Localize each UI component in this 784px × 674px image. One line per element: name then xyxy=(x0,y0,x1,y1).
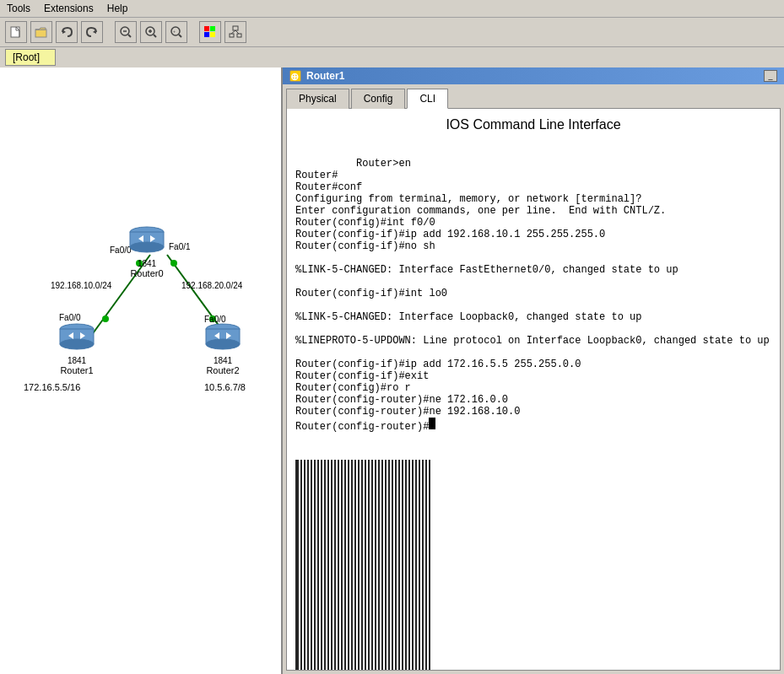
cli-cursor xyxy=(429,418,435,429)
menu-bar: Tools Extensions Help xyxy=(0,0,784,18)
menu-help[interactable]: Help xyxy=(107,3,128,14)
main-content: Fa0/0 Fa0/1 192.168.10.0/24 192.168.20.0… xyxy=(0,67,784,674)
minimize-button[interactable]: _ xyxy=(764,70,777,82)
router-window: ⊕ Router1 _ Physical Config CLI IOS Comm… xyxy=(283,67,784,674)
undo-icon xyxy=(60,25,73,39)
svg-rect-19 xyxy=(204,32,209,37)
svg-rect-21 xyxy=(233,26,238,30)
breadcrumb-bar: [Root] xyxy=(0,47,784,67)
svg-marker-4 xyxy=(35,28,46,30)
router2-subnet: 10.5.6.7/8 xyxy=(204,382,246,392)
network-diagram-panel: Fa0/0 Fa0/1 192.168.10.0/24 192.168.20.0… xyxy=(0,67,283,674)
device-router0[interactable]: 1841 Router0 xyxy=(125,224,169,278)
router0-name: Router0 xyxy=(130,268,163,278)
tab-config[interactable]: Config xyxy=(351,89,406,109)
svg-rect-20 xyxy=(210,32,215,37)
svg-text:+: + xyxy=(173,29,176,34)
zoom-fit-icon: + xyxy=(170,25,183,39)
router-tabs: Physical Config CLI xyxy=(283,84,784,108)
svg-marker-6 xyxy=(93,30,96,34)
app-window: Tools Extensions Help + xyxy=(0,0,784,674)
palette-icon xyxy=(203,25,217,39)
toolbar-zoom-in[interactable] xyxy=(140,21,162,43)
toolbar-zoom-out[interactable] xyxy=(115,21,137,43)
device-router2[interactable]: 1841 Router2 xyxy=(201,321,245,375)
network-canvas[interactable]: Fa0/0 Fa0/1 192.168.10.0/24 192.168.20.0… xyxy=(0,67,281,674)
svg-rect-23 xyxy=(237,34,241,37)
cli-terminal[interactable]: Router>en Router# Router#conf Configurin… xyxy=(287,141,780,670)
svg-point-38 xyxy=(206,339,240,349)
r0-fa1-label: Fa0/1 xyxy=(169,242,191,251)
menu-tools[interactable]: Tools xyxy=(7,3,30,14)
router0-model: 1841 xyxy=(138,259,156,268)
router2-name: Router2 xyxy=(206,365,239,375)
svg-marker-5 xyxy=(62,30,66,34)
router-window-controls: _ xyxy=(764,70,777,82)
toolbar-redo[interactable] xyxy=(81,21,103,43)
redo-icon xyxy=(85,25,99,39)
svg-point-28 xyxy=(130,242,164,252)
svg-rect-3 xyxy=(35,30,46,37)
router1-name: Router1 xyxy=(60,365,93,375)
router0-icon xyxy=(125,224,169,259)
network-icon xyxy=(229,25,242,39)
toolbar-network[interactable] xyxy=(224,21,246,43)
svg-line-13 xyxy=(154,35,156,37)
toolbar: + xyxy=(0,18,784,47)
svg-line-15 xyxy=(179,35,181,37)
subnet-r0-r2: 192.168.20.0/24 xyxy=(181,281,243,290)
svg-rect-17 xyxy=(204,26,209,31)
router-title-text: Router1 xyxy=(306,70,344,82)
svg-line-24 xyxy=(231,30,235,34)
toolbar-open[interactable] xyxy=(30,21,52,43)
tab-physical[interactable]: Physical xyxy=(286,89,349,109)
svg-rect-22 xyxy=(230,34,234,37)
toolbar-undo[interactable] xyxy=(56,21,78,43)
svg-line-9 xyxy=(128,35,131,37)
breadcrumb-root[interactable]: [Root] xyxy=(5,49,56,66)
router-titlebar: ⊕ Router1 _ xyxy=(283,67,784,84)
device-router1[interactable]: 1841 Router1 xyxy=(55,321,99,375)
cli-output: Router>en Router# Router#conf Configurin… xyxy=(295,158,770,433)
zoom-in-icon xyxy=(144,25,158,39)
link-dot-2 xyxy=(102,315,109,322)
cli-title: IOS Command Line Interface xyxy=(287,109,780,141)
open-icon xyxy=(35,25,48,39)
svg-rect-18 xyxy=(210,26,215,31)
svg-point-33 xyxy=(60,339,94,349)
router-title: ⊕ Router1 xyxy=(289,70,344,82)
menu-extensions[interactable]: Extensions xyxy=(44,3,94,14)
subnet-r0-r1: 192.168.10.0/24 xyxy=(51,281,112,290)
cli-barcode-artifact xyxy=(295,460,430,670)
toolbar-zoom-fit[interactable]: + xyxy=(165,21,187,43)
router2-model: 1841 xyxy=(214,356,232,365)
router-title-icon: ⊕ xyxy=(289,70,301,82)
tab-cli[interactable]: CLI xyxy=(407,89,448,109)
zoom-out-icon xyxy=(119,25,132,39)
router1-subnet: 172.16.5.5/16 xyxy=(24,382,80,392)
link-dot-3 xyxy=(170,260,177,267)
router1-model: 1841 xyxy=(68,356,86,365)
svg-line-25 xyxy=(235,30,239,34)
new-icon xyxy=(9,25,23,39)
router2-icon xyxy=(201,321,245,356)
router-content-area: IOS Command Line Interface Router>en Rou… xyxy=(286,108,781,671)
toolbar-new[interactable] xyxy=(5,21,27,43)
router1-icon xyxy=(55,321,99,356)
toolbar-palette[interactable] xyxy=(199,21,221,43)
